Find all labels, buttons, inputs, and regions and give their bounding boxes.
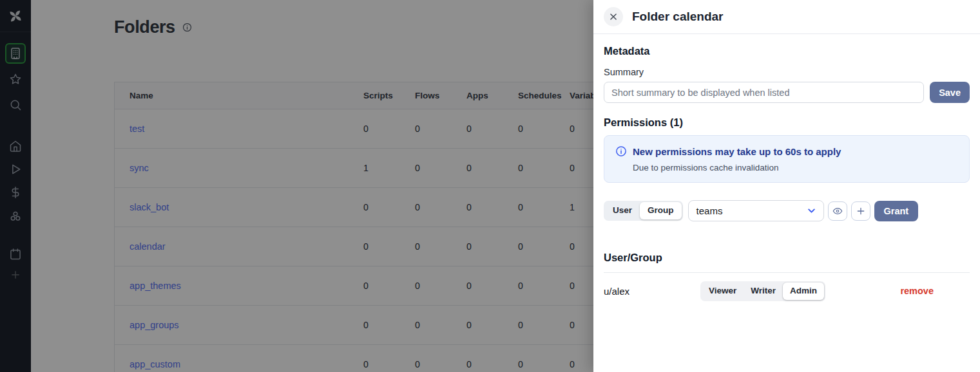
alert-title: New permissions may take up to 60s to ap… xyxy=(633,146,841,157)
user-group-toggle: User Group xyxy=(604,201,683,221)
remove-permission-button[interactable]: remove xyxy=(900,286,934,296)
save-button[interactable]: Save xyxy=(930,82,970,103)
toggle-user[interactable]: User xyxy=(605,202,640,219)
summary-label: Summary xyxy=(604,67,970,77)
drawer-title: Folder calendar xyxy=(632,10,724,24)
info-icon xyxy=(615,145,627,157)
permission-entry-name: u/alex xyxy=(604,286,700,297)
chevron-down-icon xyxy=(806,205,817,216)
grant-controls: User Group teams Grant xyxy=(604,200,970,221)
view-permissions-button[interactable] xyxy=(828,201,847,221)
eye-icon xyxy=(832,206,843,216)
permissions-alert: New permissions may take up to 60s to ap… xyxy=(604,135,970,183)
close-button[interactable] xyxy=(604,7,623,26)
metadata-heading: Metadata xyxy=(604,45,970,57)
permissions-heading: Permissions (1) xyxy=(604,116,970,129)
group-select-value: teams xyxy=(697,205,723,216)
alert-subtitle: Due to permissions cache invalidation xyxy=(633,163,958,172)
close-icon xyxy=(609,12,618,21)
drawer-header: Folder calendar xyxy=(593,0,980,34)
add-group-button[interactable] xyxy=(851,201,870,221)
role-toggle: Viewer Writer Admin xyxy=(700,281,825,301)
group-select[interactable]: teams xyxy=(688,200,824,221)
permission-entry-row: u/alex Viewer Writer Admin remove xyxy=(604,273,970,310)
role-viewer[interactable]: Viewer xyxy=(702,283,744,300)
plus-icon xyxy=(856,206,866,216)
summary-input[interactable] xyxy=(604,82,924,103)
user-group-list-heading: User/Group xyxy=(604,252,970,264)
folder-details-drawer: Folder calendar Metadata Summary Save Pe… xyxy=(593,0,980,372)
role-writer[interactable]: Writer xyxy=(744,283,783,300)
grant-button[interactable]: Grant xyxy=(874,201,919,221)
toggle-group[interactable]: Group xyxy=(640,202,682,219)
role-admin[interactable]: Admin xyxy=(783,283,824,300)
